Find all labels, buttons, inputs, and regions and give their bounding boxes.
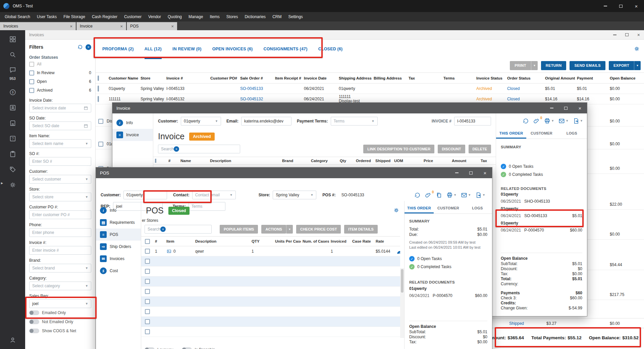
search-input[interactable]: Search× (145, 225, 212, 234)
brand-select[interactable]: Select brand▼ (29, 264, 91, 272)
col-original-amount[interactable]: Original Amount (543, 73, 575, 84)
menu-items[interactable]: Items (206, 12, 223, 21)
close-tab-icon[interactable]: × (168, 24, 174, 29)
col-shipping-address[interactable]: Shipping Address (337, 73, 372, 84)
dashboard-icon[interactable] (9, 36, 16, 43)
status-filter-all[interactable]: All (29, 60, 91, 68)
col-invoice-no[interactable]: Invoice # (164, 73, 208, 84)
toggle-switch[interactable] (29, 319, 39, 324)
email-field[interactable]: katerina.endeko@dev (241, 117, 291, 126)
checkbox[interactable] (29, 70, 34, 76)
minimize-button[interactable] (598, 0, 613, 12)
col-invoice-date[interactable]: Invoice Date (302, 73, 337, 84)
print-icon[interactable]: ▼ (446, 192, 457, 198)
select-all-header[interactable] (96, 73, 107, 84)
table-row[interactable]: 01qwerty Spring Valley I-0045133 SO-0045… (96, 84, 644, 94)
item-name-select[interactable]: Select item name▼ (29, 139, 91, 148)
row-checkbox[interactable] (98, 96, 99, 102)
tab-in-review[interactable]: IN REVIEW (0) (172, 40, 202, 59)
pos-empty-row[interactable] (141, 266, 400, 277)
pos-empty-row[interactable] (141, 307, 400, 317)
calendar-icon[interactable] (84, 123, 88, 128)
row-checkbox[interactable] (145, 279, 150, 284)
menu-crm[interactable]: CRM (269, 12, 285, 21)
tab-this-order[interactable]: THIS ORDER (405, 203, 434, 213)
attachments-icon[interactable]: 0 (533, 118, 540, 124)
col-open-balance[interactable]: Open Balance (608, 73, 644, 84)
so-date-input[interactable]: Select SO date (29, 121, 91, 130)
clear-search-icon[interactable]: × (174, 146, 179, 152)
select-all-checkbox[interactable] (145, 239, 150, 244)
status-filter-in-review[interactable]: In Review0 (29, 68, 91, 77)
menu-customer[interactable]: Customer (121, 12, 145, 21)
delete-button[interactable]: DELETE (469, 145, 491, 153)
pos-empty-row[interactable] (141, 287, 400, 297)
nav-item-info[interactable]: iInfo (112, 117, 153, 129)
print-icon[interactable]: ▼ (544, 118, 554, 124)
payments-icon[interactable]: $ (9, 89, 16, 96)
category-select[interactable]: Select category▼ (29, 282, 91, 290)
send-emails-button[interactable]: SEND EMAILS (570, 61, 605, 70)
nav-item-ship-orders[interactable]: ⇨Ship Orders (96, 241, 141, 253)
toggle-emailed-only[interactable]: Emailed Only (29, 308, 91, 317)
row-checkbox[interactable] (145, 249, 150, 254)
document-link[interactable]: SO-0045133 (524, 213, 547, 218)
col-customer-po[interactable]: Customer PO# (208, 73, 238, 84)
toggle-switch[interactable] (29, 310, 39, 315)
pos-empty-row[interactable] (141, 297, 400, 307)
refresh-icon[interactable] (414, 192, 421, 198)
row-checkbox[interactable] (98, 119, 103, 124)
copy-icon[interactable] (436, 192, 442, 198)
close-tab-icon[interactable]: × (66, 24, 72, 29)
maximize-button[interactable] (559, 103, 573, 113)
item-details-button[interactable]: ITEM DETAILS (344, 225, 378, 234)
rate-info-icon[interactable]: C (397, 251, 400, 254)
pos-empty-row[interactable] (141, 256, 400, 266)
col-item-receipt[interactable]: Item Receipt # (273, 73, 302, 84)
tag-icon[interactable] (9, 166, 16, 173)
attachments-icon[interactable]: 0 (425, 192, 431, 198)
toggle-switch[interactable] (182, 347, 192, 349)
menu-manage[interactable]: Manage (185, 12, 206, 21)
minimize-window-icon[interactable] (613, 35, 616, 35)
discount-button[interactable]: DISCOUNT (438, 145, 465, 153)
store-icon[interactable] (9, 119, 16, 127)
row-checkbox[interactable] (145, 289, 150, 294)
calendar-icon[interactable] (84, 106, 88, 110)
pos-empty-row[interactable] (141, 327, 400, 337)
export-button[interactable]: EXPORT (609, 61, 634, 70)
col-terms[interactable]: Terms (441, 73, 474, 84)
tab-customer[interactable]: CUSTOMER (434, 203, 463, 213)
row-checkbox[interactable] (98, 142, 103, 147)
invoice-date-input[interactable]: Select invoice date (29, 104, 91, 112)
toggle-switch[interactable] (29, 329, 39, 333)
tab-invoices[interactable]: Invoices× (0, 22, 76, 30)
status-filter-archived[interactable]: Archived6 (29, 86, 91, 95)
tab-proforma[interactable]: PROFORMA (2) (102, 40, 134, 59)
menu-stores[interactable]: Stores (223, 12, 241, 21)
row-checkbox[interactable] (145, 259, 150, 264)
email-icon[interactable]: ▼ (461, 192, 471, 198)
print-dropdown-caret[interactable]: ▼ (531, 61, 538, 70)
vertical-scrollbar[interactable] (400, 268, 404, 338)
document-link[interactable]: P-0004570 (524, 228, 544, 233)
menu-vendor[interactable]: Vendor (145, 12, 164, 21)
customer-select[interactable]: 01qwerty▼ (181, 117, 221, 126)
menu-file-storage[interactable]: File Storage (60, 12, 89, 21)
nav-item-invoice[interactable]: ≡Invoice (112, 129, 153, 141)
pos-empty-row[interactable] (141, 317, 400, 327)
currency-link[interactable]: Currency: (501, 282, 518, 286)
other-stores-label[interactable]: er Stores (141, 217, 404, 223)
panel-expander-icon[interactable]: ► (0, 181, 4, 185)
close-tab-icon[interactable]: × (117, 24, 123, 29)
tab-logs[interactable]: LOGS (557, 128, 587, 139)
user-icon[interactable] (9, 336, 16, 344)
email-icon[interactable]: ▼ (558, 118, 569, 124)
tab-consignments[interactable]: CONSIGNMENTS (47) (263, 40, 307, 59)
layaway-toggle[interactable]: Layaway (145, 347, 173, 349)
minimize-button[interactable] (450, 167, 464, 178)
contacts-icon[interactable] (9, 104, 16, 111)
payment-terms-select[interactable]: Terms▼ (331, 117, 378, 126)
export-icon[interactable]: ▼ (475, 192, 485, 198)
print-button[interactable]: PRINT (510, 61, 531, 70)
